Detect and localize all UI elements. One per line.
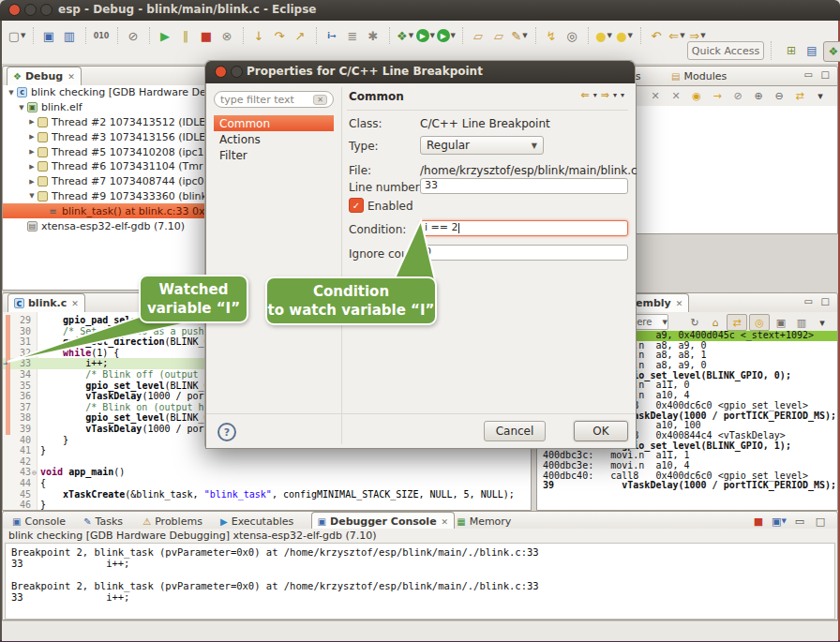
link-with-view-icon[interactable]: ⇄ <box>790 88 809 103</box>
tab-debug[interactable]: ❖ Debug ✕ <box>7 67 82 85</box>
dialog-section-common[interactable]: Common <box>214 115 334 131</box>
close-icon[interactable]: ✕ <box>442 517 449 527</box>
ok-button[interactable]: OK <box>574 421 628 441</box>
minimize-icon[interactable]: ▭ <box>804 69 813 80</box>
debug-tree-item[interactable]: ▶Thread #5 1073410208 (ipc1) (Suspended) <box>3 144 211 159</box>
tab-problems[interactable]: ⚠Problems <box>137 512 208 530</box>
step-return-icon[interactable]: ↗ <box>291 27 309 44</box>
back-icon[interactable]: ⇐▼ <box>668 27 686 44</box>
expand-icon[interactable]: ▼ <box>27 192 37 200</box>
save-all-icon[interactable]: ▥ <box>60 27 79 44</box>
back-icon[interactable]: ⇐ <box>581 89 590 101</box>
editor-line[interactable]: 46} <box>3 500 531 510</box>
view-menu-icon[interactable]: ▾ <box>813 315 832 330</box>
editor-line[interactable]: 42 <box>3 456 531 468</box>
step-into-icon[interactable]: ↓ <box>249 27 268 44</box>
tab-modules[interactable]: ▤Modules <box>666 67 732 85</box>
open-perspective-button[interactable]: ⊞ <box>782 41 801 60</box>
refresh-icon[interactable]: ↻ <box>685 315 704 330</box>
dialog-section-filter[interactable]: Filter <box>214 147 334 163</box>
editor-line[interactable]: 43⊖void app_main() <box>3 467 531 478</box>
new-disassembly-view-icon[interactable]: ▣ <box>772 315 790 330</box>
tab-debugger-console[interactable]: ▣Debugger Console✕ <box>311 512 456 530</box>
binary-upload-icon[interactable]: 010 <box>92 27 111 44</box>
tab-memory[interactable]: ▦Memory <box>451 512 517 530</box>
filter-input[interactable]: type filter text ✕ <box>214 91 334 108</box>
close-icon[interactable]: ✕ <box>68 72 75 82</box>
skip-all-breakpoints-icon[interactable]: ⊘ <box>124 27 142 44</box>
forward-menu-icon[interactable]: ▾ <box>613 91 617 99</box>
tab-tasks[interactable]: ✎Tasks <box>78 512 128 530</box>
goto-breakpoint-icon[interactable]: → <box>708 88 727 103</box>
cancel-button[interactable]: Cancel <box>484 421 546 441</box>
track-expression-icon[interactable]: ◎ <box>749 314 770 331</box>
cpp-perspective-button[interactable]: ▤ <box>802 41 821 60</box>
tab-blink-c[interactable]: c blink.c ✕ <box>8 293 85 312</box>
dialog-titlebar[interactable]: Properties for C/C++ Line Breakpoint <box>205 61 635 83</box>
skip-breakpoints-icon[interactable]: ⊘ <box>728 88 747 103</box>
debug-tree-item[interactable]: ▼Thread #9 1073433360 (blink_task : Runn… <box>3 189 211 204</box>
disasm-line[interactable]: 39 vTaskDelay(1000 / portTICK_PERIOD_MS)… <box>537 481 837 491</box>
run-icon[interactable]: ▶▼ <box>416 27 435 44</box>
suspend-icon[interactable]: ‖ <box>176 27 195 44</box>
dialog-minimize-icon[interactable] <box>231 66 243 78</box>
console-output[interactable]: Breakpoint 2, blink_task (pvParameter=0x… <box>5 543 835 620</box>
debug-tree-item[interactable]: ▶Thread #6 1073431104 (Tmr Svc) (Suspend… <box>3 159 211 174</box>
terminate-console-icon[interactable]: ■ <box>749 514 768 529</box>
expand-icon[interactable]: ▶ <box>27 163 37 171</box>
open-project-icon[interactable]: ▱ <box>469 27 488 44</box>
debug-tree-item[interactable]: ≡blink_task() at blink.c:33 0x400dbc2b <box>3 203 211 218</box>
type-dropdown[interactable]: Regular ▼ <box>420 136 544 155</box>
expand-icon[interactable]: ▼ <box>17 104 26 112</box>
forward-icon[interactable]: ⇒ <box>601 89 609 101</box>
home-icon[interactable]: ⌂ <box>706 315 725 330</box>
close-icon[interactable]: ✕ <box>71 299 79 308</box>
dialog-section-actions[interactable]: Actions <box>214 131 334 147</box>
view-menu-icon[interactable]: ▾ <box>621 91 624 99</box>
close-icon[interactable]: ✕ <box>676 299 683 308</box>
remove-all-icon[interactable]: ✕ <box>667 88 685 103</box>
write-flash-icon[interactable]: ✎▼ <box>510 27 529 44</box>
tab-executables[interactable]: ▶Executables <box>215 512 299 530</box>
editor-line[interactable]: 44{ <box>3 478 531 489</box>
step-over-icon[interactable]: ↷ <box>270 27 289 44</box>
debug-icon[interactable]: ❖▼ <box>396 27 414 44</box>
expand-icon[interactable]: ▶ <box>27 118 37 126</box>
bulb-icon[interactable]: ●▼ <box>594 27 613 44</box>
breakpoint-marker-icon[interactable]: ⇒ <box>3 358 12 367</box>
resume-icon[interactable]: ▶ <box>156 27 174 44</box>
chevron-down-icon[interactable]: ▼ <box>663 319 668 326</box>
minimize-icon[interactable]: ▭ <box>804 296 813 306</box>
dialog-close-icon[interactable] <box>215 66 227 78</box>
last-edit-location-icon[interactable]: ↶ <box>647 27 666 44</box>
tab-console[interactable]: ▣Console <box>7 512 71 530</box>
restart-icon[interactable]: ✱ <box>364 27 382 44</box>
minimize-view-icon[interactable]: ▭ <box>790 514 809 529</box>
debug-tree-item[interactable]: ▶Thread #7 1073408744 (ipc0) (Suspended) <box>3 174 211 189</box>
disconnect-icon[interactable]: ⊗ <box>218 27 236 44</box>
link-with-active-context-icon[interactable]: ⇄ <box>727 314 747 331</box>
quick-access-button[interactable]: Quick Access <box>687 41 764 60</box>
window-titlebar[interactable]: esp - Debug - blink/main/blink.c - Eclip… <box>0 0 840 21</box>
debug-tree-item[interactable]: ▼cblink checking [GDB Hardware Debugging… <box>3 85 211 100</box>
expand-icon[interactable]: ▶ <box>27 178 37 186</box>
expand-icon[interactable]: ▼ <box>7 89 16 97</box>
help-icon[interactable]: ? <box>218 423 236 441</box>
show-stepping-filters-icon[interactable]: ≣ <box>343 27 362 44</box>
line-number-input[interactable]: 33 <box>420 178 628 194</box>
view-menu-icon[interactable]: ▾ <box>811 88 830 103</box>
expand-all-icon[interactable]: ⊕ <box>749 88 768 103</box>
terminate-icon[interactable]: ■ <box>197 27 216 44</box>
profiles-icon[interactable]: ◎ <box>562 27 581 44</box>
maximize-icon[interactable]: □ <box>821 69 830 80</box>
debug-perspective-button[interactable]: ❖ <box>823 41 840 62</box>
display-selected-console-icon[interactable]: ▣▼ <box>770 514 788 529</box>
debug-tree-item[interactable]: ▤xtensa-esp32-elf-gdb (7.10) <box>3 218 211 233</box>
window-close-icon[interactable] <box>8 4 21 16</box>
open-file-icon[interactable]: ▱ <box>489 27 508 44</box>
maximize-icon[interactable]: □ <box>821 296 830 306</box>
pin-view-icon[interactable]: ▥ <box>792 315 811 330</box>
expand-icon[interactable]: ▶ <box>27 133 37 141</box>
window-minimize-icon[interactable] <box>24 4 37 16</box>
save-icon[interactable]: ▣ <box>39 27 58 44</box>
